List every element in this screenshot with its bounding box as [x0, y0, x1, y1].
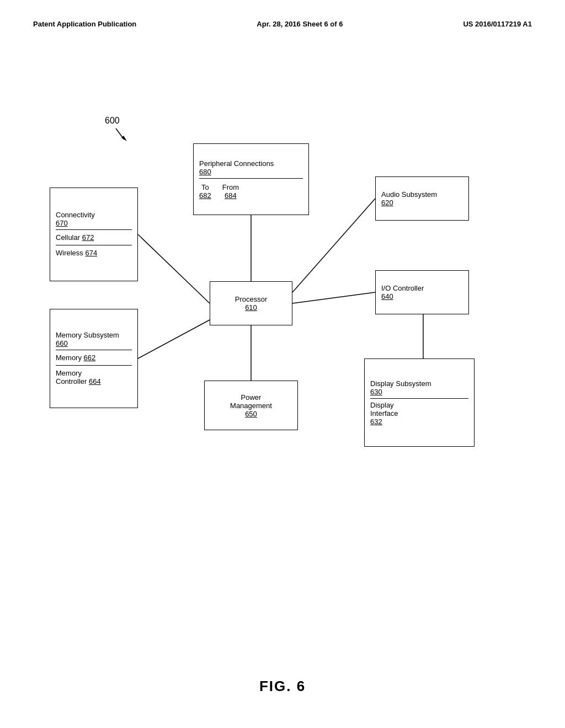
peripheral-to-col: To 682 — [199, 183, 211, 200]
diagram-area: 600 Connec — [33, 88, 530, 585]
connectivity-box: Connectivity 670 Cellular 672 Wireless 6… — [50, 188, 138, 281]
memory-controller-ref: 664 — [89, 377, 101, 386]
svg-line-2 — [138, 234, 210, 303]
peripheral-from-ref: 684 — [225, 191, 237, 200]
io-title-text: I/O Controller — [381, 284, 424, 292]
audio-subsystem-box: Audio Subsystem 620 — [375, 176, 469, 221]
power-ref: 650 — [245, 410, 257, 418]
figure-label: FIG. 6 — [259, 678, 306, 695]
io-title: I/O Controller — [381, 284, 463, 292]
peripheral-ref-text: 680 — [199, 168, 211, 176]
display-interface-ref: 632 — [370, 417, 468, 426]
memory-controller-664: MemoryController 664 — [56, 368, 132, 387]
ref-600-text: 600 — [105, 116, 120, 125]
display-interface-sub: DisplayInterface — [370, 401, 468, 417]
audio-title-text: Audio Subsystem — [381, 190, 437, 199]
peripheral-to-label: To — [201, 183, 209, 191]
header-left: Patent Application Publication — [33, 20, 136, 28]
audio-title: Audio Subsystem — [381, 190, 463, 199]
processor-box: Processor 610 — [210, 281, 292, 325]
io-controller-box: I/O Controller 640 — [375, 270, 469, 314]
display-divider — [370, 398, 468, 399]
display-subsystem-ref: 630 — [370, 388, 468, 396]
peripheral-title: Peripheral Connections — [199, 159, 303, 168]
display-subsystem-title-text: Display Subsystem — [370, 379, 431, 388]
io-ref-text: 640 — [381, 292, 393, 301]
audio-ref: 620 — [381, 199, 463, 207]
peripheral-ref: 680 — [199, 168, 303, 176]
memory-divider2 — [56, 365, 132, 366]
peripheral-inner: To 682 From 684 — [199, 183, 303, 200]
display-subsystem-title: Display Subsystem — [370, 379, 468, 388]
memory-subsystem-title: Memory Subsystem — [56, 331, 132, 339]
display-subsystem-box: Display Subsystem 630 DisplayInterface 6… — [364, 358, 475, 447]
power-management-box: PowerManagement 650 — [204, 381, 298, 430]
display-subsystem-ref-text: 630 — [370, 388, 382, 396]
memory-subsystem-ref: 660 — [56, 339, 132, 347]
connectivity-ref-text: 670 — [56, 219, 68, 227]
io-ref: 640 — [381, 292, 463, 301]
peripheral-from-col: From 684 — [222, 183, 239, 200]
peripheral-from-label: From — [222, 183, 239, 191]
wireless-ref: 674 — [85, 249, 97, 257]
memory-divider1 — [56, 350, 132, 350]
memory-662: Memory 662 — [56, 352, 132, 363]
connectivity-divider2 — [56, 245, 132, 245]
power-ref-text: 650 — [245, 410, 257, 418]
processor-ref-text: 610 — [245, 303, 257, 312]
figure-label-text: FIG. 6 — [259, 678, 306, 694]
connectivity-wireless: Wireless 674 — [56, 248, 132, 258]
arrow-600-icon — [105, 126, 132, 145]
connectivity-divider1 — [56, 229, 132, 230]
processor-ref: 610 — [245, 303, 257, 312]
peripheral-connections-box: Peripheral Connections 680 To 682 From 6… — [193, 143, 309, 215]
header-center: Apr. 28, 2016 Sheet 6 of 6 — [257, 20, 343, 28]
connectivity-cellular: Cellular 672 — [56, 232, 132, 243]
page-header: Patent Application Publication Apr. 28, … — [0, 0, 565, 28]
audio-ref-text: 620 — [381, 199, 393, 207]
peripheral-to-ref: 682 — [199, 191, 211, 200]
connectivity-title-text: Connectivity — [56, 211, 95, 219]
ref-600-label: 600 — [105, 116, 132, 147]
page: Patent Application Publication Apr. 28, … — [0, 0, 565, 728]
memory-subsystem-ref-text: 660 — [56, 339, 68, 347]
processor-title: Processor — [235, 295, 268, 303]
memory-subsystem-box: Memory Subsystem 660 Memory 662 MemoryCo… — [50, 309, 138, 408]
header-right: US 2016/0117219 A1 — [463, 20, 532, 28]
connectivity-ref: 670 — [56, 219, 132, 227]
connectivity-title: Connectivity — [56, 211, 132, 219]
svg-line-3 — [138, 320, 210, 358]
peripheral-title-text: Peripheral Connections — [199, 159, 274, 168]
display-interface-ref-text: 632 — [370, 417, 382, 426]
memory-subsystem-title-text: Memory Subsystem — [56, 331, 119, 339]
power-title: PowerManagement — [230, 393, 272, 410]
cellular-ref: 672 — [82, 233, 94, 242]
processor-title-text: Processor — [235, 295, 268, 303]
memory-662-ref: 662 — [84, 354, 96, 362]
peripheral-divider — [199, 178, 303, 179]
svg-line-7 — [292, 292, 375, 303]
